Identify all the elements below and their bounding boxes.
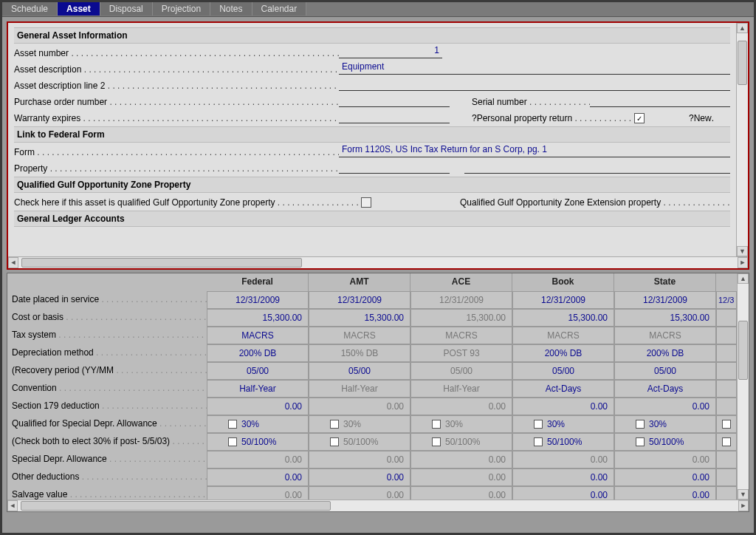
grid-cell[interactable]: 15,300.00 [309,309,410,327]
grid-cell[interactable]: Half-Year [309,380,410,398]
grid-cell[interactable]: 200% DB [614,344,716,362]
grid-cell[interactable]: 30% [512,415,614,433]
field-property1[interactable] [339,160,450,174]
grid-cell[interactable]: 0.00 [410,468,512,486]
grid-cell[interactable]: 05/00 [309,362,410,380]
grid-cell[interactable]: 30% [410,415,512,433]
grid-cell[interactable]: 50/100% [207,433,309,451]
tab-disposal[interactable]: Disposal [100,2,153,16]
grid-cell[interactable]: 50/100% [309,433,410,451]
grid-checkbox[interactable] [722,420,731,429]
checkbox-goz[interactable] [361,197,371,208]
grid-scroll-right-icon[interactable]: ► [738,500,749,511]
grid-cell[interactable]: 15,300.00 [614,309,716,327]
grid-checkbox[interactable] [228,437,237,446]
grid-cell[interactable]: 200% DB [207,344,309,362]
grid-cell[interactable]: 05/00 [614,362,716,380]
grid-checkbox[interactable] [636,437,645,446]
grid-cell[interactable]: 0.00 [207,486,309,500]
grid-checkbox[interactable] [228,420,237,429]
grid-cell[interactable]: 0.00 [614,398,716,415]
grid-cell-partial[interactable] [716,327,737,344]
grid-cell-partial[interactable] [716,362,737,380]
grid-checkbox[interactable] [722,437,731,446]
grid-cell[interactable]: 200% DB [512,344,614,362]
grid-scroll-left-icon[interactable]: ◄ [7,500,18,511]
grid-cell[interactable]: 0.00 [512,398,614,415]
grid-cell[interactable]: MACRS [309,327,410,344]
grid-vscroll-thumb[interactable] [738,321,748,380]
grid-cell[interactable]: 150% DB [309,344,410,362]
checkbox-personal-property[interactable]: ✓ [634,113,645,123]
grid-cell[interactable]: 12/31/2009 [309,291,410,309]
grid-cell[interactable]: 12/31/2009 [512,291,614,309]
grid-checkbox[interactable] [330,420,339,429]
grid-cell-partial[interactable] [716,380,737,398]
grid-cell[interactable]: 0.00 [309,468,410,486]
grid-cell[interactable]: Half-Year [207,380,309,398]
grid-cell[interactable]: 0.00 [614,468,716,486]
field-serial-number[interactable] [590,94,730,107]
top-hscroll-thumb[interactable] [21,258,302,268]
grid-cell[interactable]: 15,300.00 [207,309,309,327]
tab-projection[interactable]: Projection [153,2,210,16]
field-form[interactable]: Form 1120S, US Inc Tax Return for an S C… [339,144,730,157]
grid-scroll-up-icon[interactable]: ▲ [738,273,749,284]
scroll-down-icon[interactable]: ▼ [737,246,748,256]
grid-cell[interactable]: 0.00 [512,451,614,468]
grid-cell[interactable]: 12/31/2009 [614,291,716,309]
grid-cell[interactable]: 05/00 [410,362,512,380]
grid-checkbox[interactable] [432,437,441,446]
grid-cell[interactable]: 50/100% [614,433,716,451]
grid-cell[interactable]: 0.00 [410,398,512,415]
grid-cell[interactable]: MACRS [410,327,512,344]
grid-cell-partial[interactable] [716,344,737,362]
scroll-right-icon[interactable]: ► [738,257,748,268]
grid-cell[interactable]: Act-Days [512,380,614,398]
grid-scroll-down-icon[interactable]: ▼ [738,489,749,500]
grid-checkbox[interactable] [534,420,543,429]
grid-cell-partial[interactable] [716,486,737,500]
tab-asset[interactable]: Asset [58,2,100,16]
field-asset-number[interactable]: 1 [339,45,442,58]
field-warranty-expires[interactable] [339,110,450,123]
tab-calendar[interactable]: Calendar [252,2,307,16]
grid-cell[interactable]: 0.00 [614,451,716,468]
grid-checkbox[interactable] [432,420,441,429]
grid-cell[interactable]: POST 93 [410,344,512,362]
grid-cell[interactable]: 05/00 [207,362,309,380]
grid-cell[interactable]: 05/00 [512,362,614,380]
grid-cell[interactable]: Half-Year [410,380,512,398]
grid-cell[interactable]: 0.00 [207,468,309,486]
tab-notes[interactable]: Notes [210,2,252,16]
grid-cell[interactable]: MACRS [207,327,309,344]
grid-cell[interactable]: Act-Days [614,380,716,398]
grid-cell[interactable]: 0.00 [309,451,410,468]
grid-checkbox[interactable] [636,420,645,429]
grid-hscroll-thumb[interactable] [21,501,331,511]
grid-cell[interactable]: 0.00 [207,398,309,415]
grid-cell[interactable]: 0.00 [309,398,410,415]
grid-cell[interactable]: 0.00 [207,451,309,468]
grid-cell[interactable]: 0.00 [309,486,410,500]
grid-cell-partial[interactable] [716,468,737,486]
scroll-left-icon[interactable]: ◄ [8,257,18,268]
grid-cell[interactable]: 12/31/2009 [410,291,512,309]
grid-cell[interactable]: 50/100% [512,433,614,451]
grid-cell-partial[interactable] [716,309,737,327]
grid-cell-partial[interactable] [716,415,737,433]
grid-cell-partial[interactable]: 12/3 [716,291,737,309]
grid-cell[interactable]: 15,300.00 [512,309,614,327]
grid-cell[interactable]: 30% [309,415,410,433]
grid-cell[interactable]: 50/100% [410,433,512,451]
grid-cell-partial[interactable] [716,398,737,415]
grid-cell[interactable]: 0.00 [512,486,614,500]
grid-checkbox[interactable] [534,437,543,446]
top-vertical-scrollbar[interactable]: ▲ ▼ [736,23,748,256]
grid-cell[interactable]: 12/31/2009 [207,291,309,309]
top-scroll-thumb[interactable] [738,41,747,85]
grid-cell[interactable]: 30% [614,415,716,433]
grid-cell[interactable]: 0.00 [512,468,614,486]
grid-vertical-scrollbar[interactable]: ▲ ▼ [737,273,749,500]
grid-cell[interactable]: 15,300.00 [410,309,512,327]
